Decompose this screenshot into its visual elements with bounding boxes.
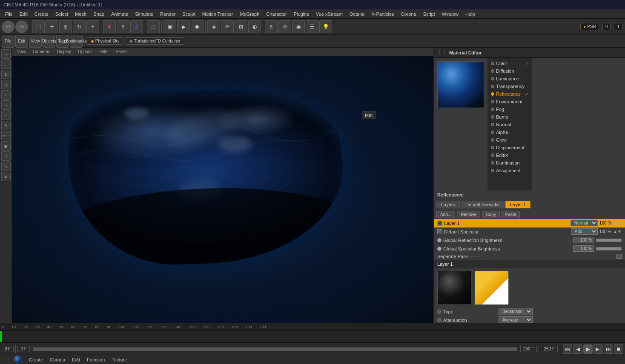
menu-edit[interactable]: Edit xyxy=(16,11,31,17)
mat-channel-environment[interactable]: Environment xyxy=(487,98,532,105)
default-specular-mode[interactable]: Add Normal xyxy=(571,228,598,235)
mat-channel-assignment[interactable]: Assignment xyxy=(487,167,532,174)
render-region[interactable]: ▣ xyxy=(163,20,176,33)
default-specular-arrow-down[interactable]: ▼ xyxy=(617,229,622,234)
mat-channel-transparency[interactable]: Transparency xyxy=(487,82,532,90)
menu-corona[interactable]: Corona xyxy=(398,11,420,17)
sidebar-measure[interactable]: ⟵ xyxy=(1,131,11,140)
s-button[interactable]: S xyxy=(265,20,278,33)
layer1-arrow-down[interactable]: ▼ xyxy=(617,221,622,225)
deformer-tool[interactable]: ◐ xyxy=(248,20,261,33)
prev-frame-button[interactable]: ◀ xyxy=(573,344,582,354)
edit-btn[interactable]: Edit xyxy=(15,35,28,48)
menu-simulate[interactable]: Simulate xyxy=(132,11,157,17)
sidebar-magnet[interactable]: ⊃ xyxy=(1,151,11,161)
mat-channel-editor[interactable]: Editor xyxy=(487,151,532,159)
menu-plugins[interactable]: Plugins xyxy=(290,11,312,17)
remove-layer-button[interactable]: Remove xyxy=(457,211,480,218)
mat-channel-glow[interactable]: Glow xyxy=(487,136,532,144)
view-btn[interactable]: View xyxy=(29,35,42,48)
mat-thumbnail-sphere[interactable] xyxy=(437,271,471,305)
default-specular-arrow-up[interactable]: ▲ xyxy=(613,229,617,234)
sidebar-eye[interactable]: ◉ xyxy=(1,141,11,151)
menu-mograph[interactable]: MoGraph xyxy=(236,11,263,17)
menu-file[interactable]: File xyxy=(2,11,16,17)
vtab-view[interactable]: View xyxy=(14,49,30,54)
menu-octane[interactable]: Octane xyxy=(346,11,368,17)
mat-channel-luminance[interactable]: Luminance xyxy=(487,75,532,82)
menu-xparticles[interactable]: X-Particles xyxy=(368,11,397,17)
default-specular-row[interactable]: ✓ Default Specular Add Normal 100 % ▲ ▼ xyxy=(434,228,625,236)
sidebar-s[interactable]: S xyxy=(1,100,11,110)
cube-tool[interactable]: ◈ xyxy=(207,20,220,33)
y-axis[interactable]: Y xyxy=(117,20,129,33)
bottom-create-btn[interactable]: Create xyxy=(27,356,45,363)
play-button[interactable]: ▶ xyxy=(583,344,593,354)
vtab-options[interactable]: Options xyxy=(75,49,96,54)
sidebar-rotate[interactable]: ↻ xyxy=(1,70,11,79)
vtab-filter[interactable]: Filter xyxy=(96,49,112,54)
attenuation-dropdown[interactable]: Average Additive Maximum xyxy=(499,316,533,323)
mat-channel-displacement[interactable]: Displacement xyxy=(487,144,532,151)
mat-channel-reflectance[interactable]: Reflectance ✓ xyxy=(487,90,532,98)
copy-layer-button[interactable]: Copy xyxy=(482,211,499,218)
render-all[interactable]: ⏺ xyxy=(191,20,204,33)
menu-sculpt[interactable]: Sculpt xyxy=(179,11,199,17)
goto-start-button[interactable]: ⏮ xyxy=(563,344,572,354)
redo-button[interactable]: ↪ xyxy=(15,20,28,33)
mat-channel-illumination[interactable]: Illumination xyxy=(487,159,532,167)
bottom-function-btn[interactable]: Function xyxy=(85,356,106,363)
mat-color-swatch[interactable] xyxy=(475,271,509,305)
paste-layer-button[interactable]: Paste xyxy=(502,211,520,218)
goto-end-button[interactable]: ⏭ xyxy=(604,344,613,354)
menu-mesh[interactable]: Mesh xyxy=(72,11,90,17)
tab-default-specular[interactable]: Default Specular xyxy=(461,201,505,208)
sidebar-select[interactable]: ⊹ xyxy=(1,49,11,59)
sidebar-pen[interactable]: ✎ xyxy=(1,121,11,130)
menu-create[interactable]: Create xyxy=(31,11,52,17)
physical-sky-item[interactable]: ◆ Physical Sky xyxy=(87,37,123,45)
global-reflection-radio[interactable] xyxy=(437,238,442,242)
menu-render[interactable]: Render xyxy=(157,11,179,17)
sidebar-scale[interactable]: ⊕ xyxy=(1,80,11,89)
render-active[interactable]: ▶ xyxy=(177,20,190,33)
z-axis[interactable]: Z xyxy=(130,20,143,33)
layer1-arrow-up[interactable]: ▲ xyxy=(613,221,617,225)
sidebar-layers[interactable]: ≡ xyxy=(1,172,11,181)
mat-channel-fog[interactable]: Fog xyxy=(487,105,532,113)
attenuation-radio[interactable] xyxy=(437,318,442,322)
menu-vue[interactable]: Vue xStream xyxy=(312,11,346,17)
menu-animate[interactable]: Animate xyxy=(108,11,132,17)
spline-tool[interactable]: ⟳ xyxy=(221,20,234,33)
objects-btn[interactable]: Objects xyxy=(43,35,55,48)
move-tool[interactable]: ✛ xyxy=(46,20,58,33)
menu-motiontracker[interactable]: Motion Tracker xyxy=(199,11,237,17)
snap-button[interactable]: 💡 xyxy=(319,20,332,33)
turbulencefd-item[interactable]: ◆ TurbulenceFD Container xyxy=(126,37,184,45)
layer1-row[interactable]: ✓ Layer 1 Normal Add Multiply 100 % ▲ ▼ xyxy=(434,219,625,228)
sidebar-knife[interactable]: ∕ xyxy=(1,111,11,120)
mat-bottom-thumb[interactable] xyxy=(14,355,22,364)
global-specular-radio[interactable] xyxy=(437,247,442,251)
mat-channel-bump[interactable]: Bump xyxy=(487,113,532,121)
default-specular-check[interactable]: ✓ xyxy=(437,229,442,234)
menu-select[interactable]: Select xyxy=(52,11,72,17)
camera-button[interactable]: ☰ xyxy=(306,20,318,33)
menu-snap[interactable]: Snap xyxy=(90,11,108,17)
separate-pass-checkbox[interactable] xyxy=(616,254,622,259)
rotate-tool[interactable]: ↻ xyxy=(73,20,86,33)
vtab-panel[interactable]: Panel xyxy=(112,49,130,54)
record-button[interactable]: ⏺ xyxy=(614,344,623,354)
bottom-edit-btn[interactable]: Edit xyxy=(70,356,82,363)
scale-tool[interactable]: ⊕ xyxy=(59,20,72,33)
global-specular-slider[interactable] xyxy=(596,247,622,250)
vtab-display[interactable]: Display xyxy=(54,49,75,54)
undo-button[interactable]: ↩ xyxy=(2,20,14,33)
bottom-corona-btn[interactable]: Corona xyxy=(48,356,67,363)
timeline-track[interactable] xyxy=(0,331,625,342)
bookmarks-btn[interactable]: Bookmarks xyxy=(70,35,83,48)
vtab-cameras[interactable]: Cameras xyxy=(30,49,54,54)
file-btn[interactable]: File xyxy=(2,35,14,48)
mat-channel-normal[interactable]: Normal xyxy=(487,121,532,128)
viewport[interactable] xyxy=(12,56,433,323)
